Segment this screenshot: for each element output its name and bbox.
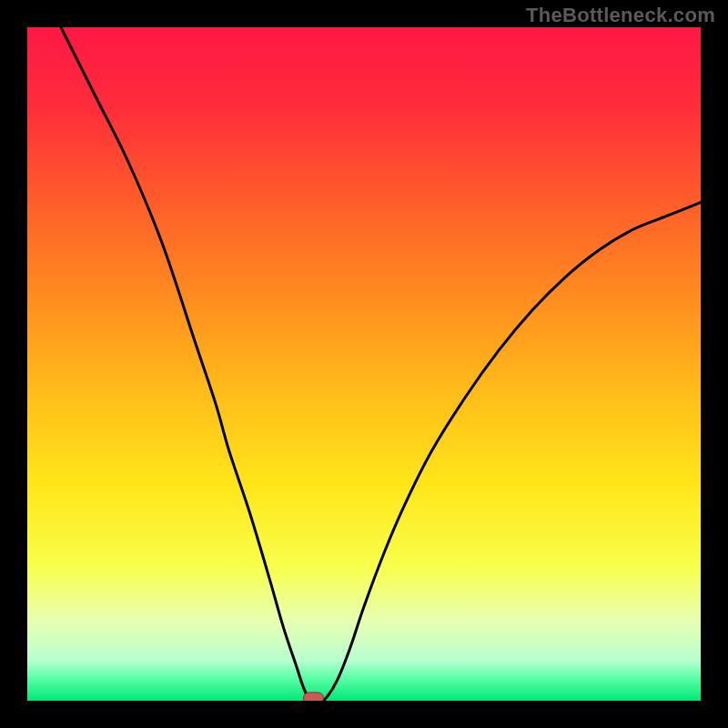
watermark-text: TheBottleneck.com xyxy=(526,4,715,27)
plot-area xyxy=(27,27,701,701)
optimum-marker xyxy=(304,693,324,701)
chart-svg xyxy=(27,27,701,701)
gradient-background xyxy=(27,27,701,701)
chart-frame: TheBottleneck.com xyxy=(0,0,728,728)
